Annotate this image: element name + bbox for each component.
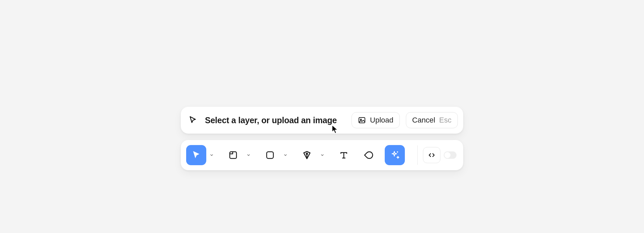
cancel-button[interactable]: Cancel Esc: [406, 112, 458, 128]
cursor-icon: [191, 150, 202, 160]
chevron-down-icon: [210, 153, 214, 157]
svg-rect-3: [267, 152, 273, 158]
ai-tool[interactable]: [385, 145, 405, 165]
upload-label: Upload: [370, 116, 393, 125]
pen-tool[interactable]: [297, 145, 317, 165]
comment-icon: [364, 150, 374, 160]
shape-tool-options[interactable]: [281, 145, 290, 165]
pen-tool-options[interactable]: [318, 145, 327, 165]
code-icon: [427, 151, 436, 159]
chevron-down-icon: [320, 153, 324, 157]
tool-group-main: [186, 140, 412, 170]
cancel-shortcut: Esc: [439, 116, 451, 125]
dev-mode-toggle[interactable]: [444, 151, 457, 159]
action-prompt-bar: Select a layer, or upload an image Uploa…: [181, 107, 463, 134]
image-icon: [358, 116, 366, 124]
svg-point-1: [361, 119, 362, 120]
pen-icon: [302, 150, 312, 160]
prompt-instruction: Select a layer, or upload an image: [205, 115, 337, 125]
chevron-down-icon: [247, 153, 251, 157]
comment-tool[interactable]: [359, 145, 379, 165]
cancel-label: Cancel: [412, 116, 435, 125]
chevron-down-icon: [283, 153, 287, 157]
move-tool-options[interactable]: [207, 145, 216, 165]
rectangle-icon: [265, 150, 275, 160]
svg-point-5: [397, 151, 398, 153]
main-toolbar: [181, 140, 463, 170]
tool-group-dev: [423, 147, 458, 163]
upload-button[interactable]: Upload: [352, 112, 400, 128]
text-icon: [339, 150, 349, 160]
shape-tool[interactable]: [260, 145, 280, 165]
cursor-outline-icon: [188, 115, 198, 125]
frame-tool[interactable]: [223, 145, 243, 165]
move-tool[interactable]: [186, 145, 206, 165]
text-tool[interactable]: [334, 145, 354, 165]
frame-icon: [228, 150, 238, 160]
prompt-left: Select a layer, or upload an image: [188, 115, 345, 125]
frame-tool-options[interactable]: [244, 145, 253, 165]
toolbar-divider: [417, 145, 418, 165]
sparkle-icon: [389, 150, 400, 160]
dev-mode-button[interactable]: [423, 147, 440, 163]
